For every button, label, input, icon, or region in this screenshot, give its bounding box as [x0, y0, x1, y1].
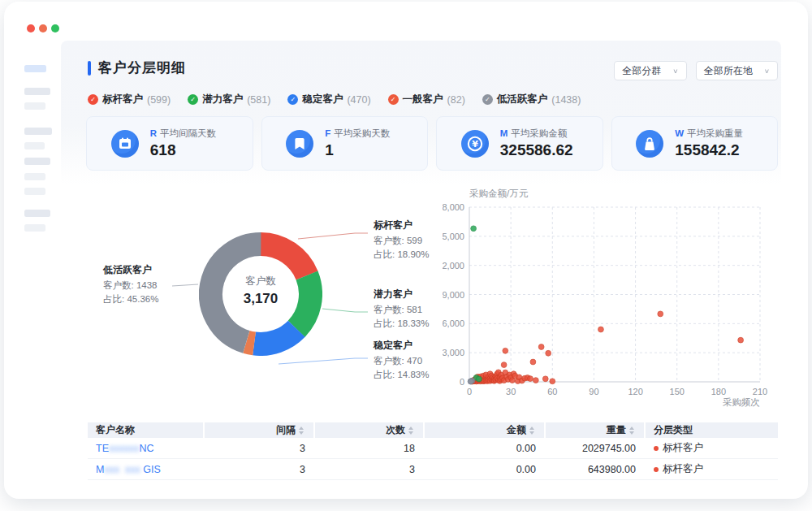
sort-down-caret: [529, 431, 534, 435]
sidebar-skeleton-bar: [24, 173, 45, 180]
stat-label: R平均间隔天数: [150, 128, 228, 140]
column-header-重量[interactable]: 重量: [546, 422, 646, 438]
name-suffix: GIS: [143, 464, 161, 475]
cell-times: 18: [315, 438, 425, 458]
callout-name: 低活跃客户: [103, 263, 192, 277]
name-prefix: M: [96, 464, 104, 475]
stat-texts: M平均采购金额325586.62: [500, 128, 578, 159]
stat-label-text: 平均间隔天数: [160, 128, 216, 138]
sort-icon[interactable]: [529, 427, 534, 435]
column-header-label: 重量: [607, 423, 626, 437]
legend-count: (599): [147, 94, 171, 106]
sidebar-skeleton-bar: [24, 210, 50, 217]
scatter-point-标杆客户: [503, 348, 508, 353]
minimize-icon[interactable]: [39, 24, 47, 32]
check-circle-icon: ✓: [88, 94, 98, 105]
legend-label: 潜力客户: [202, 93, 243, 106]
name-prefix: TE: [96, 443, 109, 454]
table-row: TExxxxxxNC3180.002029745.00标杆客户: [88, 438, 778, 459]
leader-line: [279, 358, 368, 364]
sidebar-skeleton-bar: [24, 224, 45, 232]
cell-customer-name: Mxxx xxx GIS: [88, 459, 205, 479]
column-header-label: 间隔: [276, 423, 296, 437]
sort-icon[interactable]: [299, 427, 304, 435]
bookmark-icon: [286, 130, 313, 158]
segment-type-label: 标杆客户: [663, 441, 703, 455]
legend-item-0[interactable]: ✓标杆客户(599): [88, 93, 171, 106]
chevron-down-icon: ∨: [764, 67, 770, 75]
scatter-point-标杆客户: [542, 376, 548, 382]
stat-card-r: R平均间隔天数618: [86, 116, 253, 171]
sidebar-skeleton-bar: [24, 128, 52, 135]
legend-item-2[interactable]: ✓稳定客户(470): [287, 93, 370, 106]
stat-letter: F: [325, 128, 330, 138]
callout-count: 客户数: 1438: [103, 279, 192, 292]
customer-donut-chart: 客户数 3,170: [199, 232, 322, 356]
stat-label: F平均采购天数: [325, 128, 403, 140]
donut-center: 客户数 3,170: [199, 275, 322, 307]
check-circle-icon: ✓: [482, 94, 493, 105]
segment-dot-icon: [654, 446, 659, 451]
name-redacted: xxxxxx: [109, 443, 140, 454]
legend-label: 标杆客户: [102, 93, 143, 106]
cell-weight: 643980.00: [546, 459, 646, 479]
y-tick-label: 15,000: [443, 232, 464, 241]
legend-item-4[interactable]: ✓低活跃客户(1438): [482, 93, 581, 106]
segment-dot-icon: [654, 467, 659, 472]
column-header-金额[interactable]: 金额: [425, 422, 546, 438]
column-header-间隔[interactable]: 间隔: [205, 422, 315, 438]
customer-name-link[interactable]: Mxxx xxx GIS: [96, 464, 161, 475]
stat-label: M平均采购金额: [500, 128, 578, 140]
check-circle-icon: ✓: [188, 94, 198, 105]
stat-label-text: 平均采购天数: [334, 128, 390, 138]
sort-up-caret: [299, 427, 304, 430]
y-tick-label: 3,000: [443, 348, 464, 357]
legend-count: (581): [247, 94, 270, 106]
calendar-icon: [111, 130, 139, 158]
sort-down-caret: [408, 431, 413, 435]
panel-header: 客户分层明细: [88, 58, 186, 77]
column-header-分层类型: 分层类型: [646, 422, 778, 438]
x-tick-label: 120: [628, 387, 642, 396]
stat-label-text: 平均采购重量: [687, 128, 743, 138]
stat-value: 325586.62: [500, 141, 578, 159]
page-title: 客户分层明细: [98, 58, 186, 77]
y-axis-title: 采购金额/万元: [469, 188, 529, 198]
y-tick-label: 6,000: [443, 318, 464, 328]
x-tick-label: 90: [589, 387, 598, 396]
customer-name-link[interactable]: TExxxxxxNC: [96, 443, 154, 454]
cell-amount: 0.00: [425, 438, 546, 458]
sidebar-skeleton-bar: [24, 88, 50, 95]
cell-segment-type: 标杆客户: [646, 438, 778, 458]
legend-label: 低活跃客户: [497, 93, 548, 106]
sidebar-skeleton-bar: [24, 158, 50, 165]
legend-item-3[interactable]: ✓一般客户(82): [388, 93, 465, 106]
sort-icon[interactable]: [408, 427, 413, 435]
filter-dropdown-location[interactable]: 全部所在地∨: [696, 61, 778, 80]
stat-texts: F平均采购天数1: [325, 128, 403, 159]
fullscreen-icon[interactable]: [51, 24, 59, 32]
y-tick-label: 18,000: [443, 202, 464, 212]
scatter-point-标杆客户: [658, 311, 663, 317]
scatter-point-标杆客户: [533, 378, 538, 383]
sort-icon[interactable]: [629, 427, 634, 435]
stat-texts: W平均采购重量155842.2: [675, 128, 753, 159]
column-header-label: 次数: [386, 423, 405, 437]
cell-amount: 0.00: [425, 459, 546, 479]
stat-label: W平均采购重量: [675, 128, 753, 140]
segment-type-label: 标杆客户: [663, 462, 703, 476]
bag-icon: [636, 130, 663, 158]
column-header-次数[interactable]: 次数: [315, 422, 425, 438]
scatter-point-标杆客户: [546, 350, 551, 356]
callout-pct: 占比: 45.36%: [103, 293, 192, 305]
stat-letter: M: [500, 128, 508, 138]
legend-item-1[interactable]: ✓潜力客户(581): [188, 93, 270, 106]
y-tick-label: 0: [460, 377, 464, 387]
stat-value: 618: [150, 141, 228, 159]
filter-dropdown-segment[interactable]: 全部分群∨: [614, 61, 686, 80]
close-icon[interactable]: [27, 24, 35, 32]
sidebar-skeleton-bar: [24, 65, 46, 72]
stat-card-m: ¥M平均采购金额325586.62: [436, 116, 603, 171]
app-window: 客户分层明细 全部分群∨全部所在地∨ ✓标杆客户(599)✓潜力客户(581)✓…: [4, 2, 808, 499]
column-header-label: 客户名称: [96, 423, 135, 437]
